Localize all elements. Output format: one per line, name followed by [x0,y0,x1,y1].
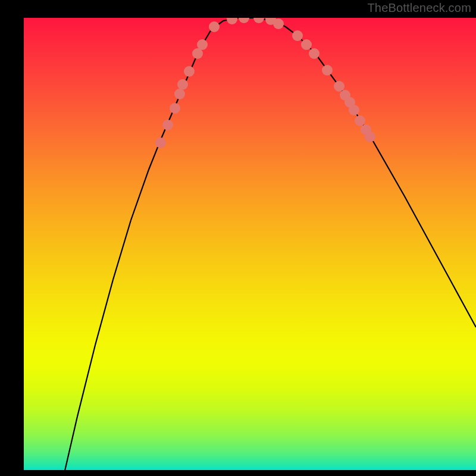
scatter-point [162,120,173,130]
scatter-point [273,18,284,29]
scatter-point [184,66,195,77]
scatter-point [309,48,320,59]
scatter-point [209,21,220,32]
scatter-point [197,39,208,50]
scatter-point [365,131,375,142]
scatter-point [227,18,237,24]
scatter-point [334,81,345,92]
scatter-point [355,115,365,126]
scatter-point [155,137,166,148]
scatter-point [174,89,185,99]
watermark-text: TheBottleneck.com [367,1,471,15]
scatter-point [170,103,180,114]
scatter-point [349,105,359,115]
plot-area [24,18,476,470]
scatter-point [253,18,264,23]
scatter-point [177,79,188,90]
chart-stage: TheBottleneck.com [0,0,476,476]
scatter-point [301,39,312,50]
scatter-point [239,18,249,23]
bottleneck-curve [60,18,476,470]
chart-svg [24,18,476,470]
scatter-points [155,18,375,148]
scatter-point [322,65,333,76]
scatter-point [292,30,303,41]
